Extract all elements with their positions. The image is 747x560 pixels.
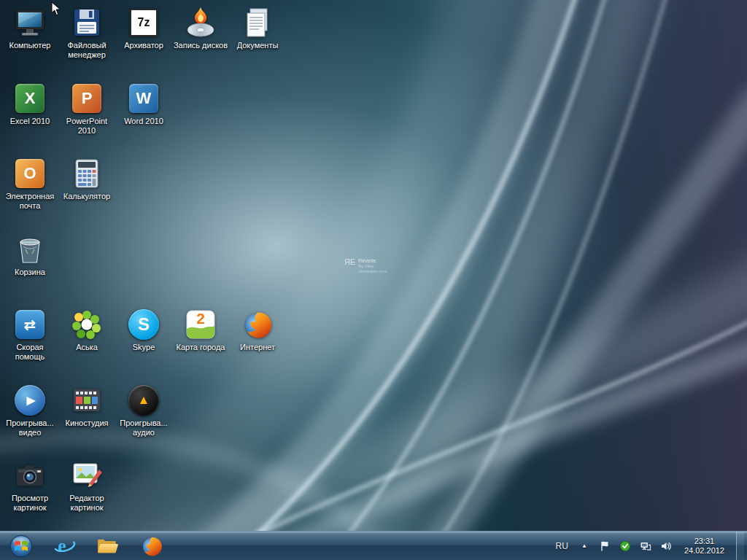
desktop-icon-picture-editor[interactable]: Редактор картинок [58,457,115,533]
show-hidden-icons-button[interactable]: ▲ [578,540,591,553]
icon-label: Архиватор [124,41,163,50]
city-map-glyph: 2 [185,310,217,327]
desktop-icon-movie-studio[interactable]: Киностудия [58,382,115,458]
language-indicator[interactable]: RU [554,541,570,551]
watermark-logo: ЯΕ [344,258,355,266]
icon-label: Аська [76,343,98,352]
icon-label: Электронная почта [2,192,58,211]
video-player-icon: ▶ [14,384,46,416]
icon-label: Word 2010 [124,117,163,126]
icon-label: Киностудия [65,419,108,428]
icon-label: Файловый менеджер [59,41,115,60]
show-desktop-button[interactable] [736,532,744,560]
icon-label: Интернет [240,343,275,352]
desktop-icons: Компьютер Файловый менеджер 7z Архи [1,4,286,533]
desktop-icon-file-manager[interactable]: Файловый менеджер [58,4,115,80]
outlook-icon: O [14,158,46,190]
word-glyph: W [136,89,152,108]
desktop-icon-audio-player[interactable]: ▲ Проигрыва... аудио [115,382,172,458]
icon-label: Excel 2010 [10,117,50,126]
desktop-icon-remote-help[interactable]: ⇄ Скорая помощь [1,306,58,382]
volume-icon[interactable] [659,540,673,553]
firefox-icon [241,308,274,341]
icon-label: Проигрыва... видео [2,419,58,438]
desktop-icon-recycle-bin[interactable]: Корзина [1,231,58,307]
word-icon: W [128,82,160,114]
icon-label: Просмотр картинок [2,494,58,513]
antivirus-status-icon[interactable] [619,540,632,553]
desktop-icon-computer[interactable]: Компьютер [1,4,58,80]
taskbar: e RU ▲ [0,531,747,560]
desktop-icon-excel[interactable]: X Excel 2010 [1,80,58,156]
desktop-icon-picture-viewer[interactable]: Просмотр картинок [1,457,58,533]
icq-flower-icon [71,308,103,341]
desktop-icon-video-player[interactable]: ▶ Проигрыва... видео [1,382,58,458]
svg-text:e: e [58,535,66,556]
desktop-icon-city-map[interactable]: 2 Карта города [172,306,229,382]
city-map-icon: 2 [185,308,217,341]
remote-help-icon: ⇄ [14,308,46,341]
clock[interactable]: 23:31 24.02.2012 [680,537,729,556]
picture-editor-icon [71,459,103,491]
recycle-bin-icon [14,233,46,265]
desktop-icon-internet[interactable]: Интернет [229,306,286,382]
film-strip-icon [71,384,103,416]
internet-explorer-icon: e [53,534,76,558]
taskbar-explorer-button[interactable] [86,532,130,560]
taskbar-internet-explorer-button[interactable]: e [42,532,86,560]
powerpoint-icon: P [71,82,103,114]
icon-label: Калькулятор [63,192,110,201]
icon-label: Корзина [15,268,45,277]
icon-label: Документы [237,41,279,50]
7zip-glyph: 7z [138,16,150,29]
icon-label: PowerPoint 2010 [59,117,115,136]
icon-label: Редактор картинок [59,494,115,513]
desktop-icon-powerpoint[interactable]: P PowerPoint 2010 [58,80,115,156]
icon-label: Skype [133,343,155,352]
taskbar-firefox-button[interactable] [130,532,174,560]
excel-icon: X [14,82,46,114]
desktop-icon-archiver[interactable]: 7z Архиватор [115,4,172,80]
clock-date: 24.02.2012 [684,546,724,556]
wallpaper-watermark: ЯΕ Reverie. By Mika deviantart.com [344,258,387,274]
computer-icon [14,7,46,39]
system-tray: RU ▲ [554,532,747,560]
icon-label: Компьютер [9,41,51,50]
calculator-icon [71,158,103,190]
network-icon[interactable] [639,540,652,553]
desktop-icon-documents[interactable]: Документы [229,4,286,80]
action-center-flag-icon[interactable] [598,540,611,553]
desktop-icon-email[interactable]: O Электронная почта [1,155,58,231]
powerpoint-glyph: P [82,89,93,108]
aimp-glyph: ▲ [138,393,150,408]
desktop-icon-skype[interactable]: S Skype [115,306,172,382]
remote-help-glyph: ⇄ [24,316,36,333]
outlook-glyph: O [23,164,36,183]
folder-icon [96,534,120,558]
audio-player-icon: ▲ [128,384,160,416]
camera-icon [14,459,46,491]
play-glyph: ▶ [27,394,36,407]
desktop-icon-disc-burning[interactable]: Запись дисков [172,4,229,80]
icon-label: Проигрыва... аудио [116,419,171,438]
desktop-icon-icq[interactable]: Аська [58,306,115,382]
watermark-title: Reverie. [358,258,387,264]
icon-label: Карта города [177,343,225,352]
desktop-icon-calculator[interactable]: Калькулятор [58,155,115,231]
burning-disc-icon [185,7,217,39]
icon-label: Скорая помощь [2,343,58,362]
start-button[interactable] [0,532,42,560]
excel-glyph: X [25,89,36,108]
desktop-icon-word[interactable]: W Word 2010 [115,80,172,156]
windows-orb-icon [8,533,34,559]
7zip-icon: 7z [128,7,160,39]
documents-icon [241,7,274,39]
icon-label: Запись дисков [174,41,228,50]
skype-glyph: S [138,314,150,335]
watermark-url: deviantart.com [358,269,387,274]
skype-icon: S [128,308,160,341]
desktop: ЯΕ Reverie. By Mika deviantart.com Компь… [0,0,747,560]
clock-time: 23:31 [684,537,724,546]
firefox-icon [140,534,163,558]
watermark-byline: By Mika [358,264,387,269]
